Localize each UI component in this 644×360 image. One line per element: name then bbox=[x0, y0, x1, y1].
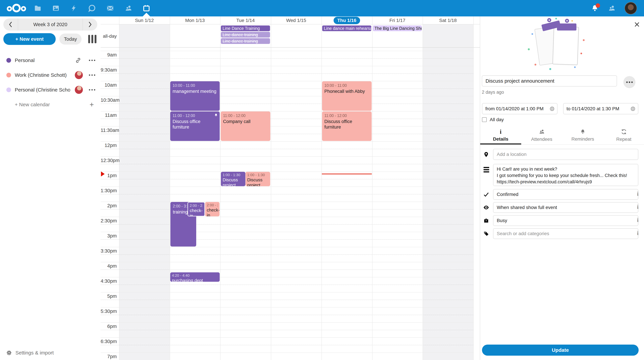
all-day-checkbox[interactable]: All day bbox=[482, 117, 504, 122]
time-label: 3:30pm bbox=[100, 248, 117, 254]
column-divider bbox=[322, 16, 322, 360]
categories-input[interactable]: Search or add categories bbox=[493, 228, 638, 239]
last-modified-label: 2 days ago bbox=[482, 90, 504, 95]
day-header-thu[interactable]: Thu 1/16 bbox=[322, 16, 372, 24]
calendar-actions-icon[interactable] bbox=[89, 89, 95, 90]
calendar-event[interactable]: 10:00 - 11:00Phonecall with Abby bbox=[322, 81, 372, 111]
time-label: 1:30pm bbox=[100, 188, 117, 193]
calendar-color-dot bbox=[6, 58, 11, 63]
time-label: 4:30pm bbox=[100, 278, 117, 284]
hour-line bbox=[100, 156, 473, 157]
calendar-event[interactable]: 1:00 - 1:30Discuss project announcement bbox=[221, 172, 245, 186]
files-icon[interactable] bbox=[34, 4, 42, 12]
freebusy-info-icon[interactable]: i bbox=[635, 217, 640, 223]
event-title: check-in bbox=[207, 208, 218, 216]
day-header-tue[interactable]: Tue 1/14 bbox=[220, 16, 271, 24]
column-divider bbox=[422, 16, 423, 360]
update-button[interactable]: Update bbox=[482, 345, 639, 356]
column-divider bbox=[119, 16, 120, 360]
tab-repeat[interactable]: Repeat bbox=[603, 126, 644, 144]
close-icon[interactable] bbox=[634, 21, 640, 28]
event-title-input[interactable] bbox=[482, 75, 617, 86]
previous-week-button[interactable] bbox=[3, 18, 18, 30]
left-sidebar: Week 3 of 2020 + New event Today Persona… bbox=[0, 16, 100, 360]
calendar-event[interactable]: 10:00 - 11:00management meeting bbox=[170, 81, 220, 111]
calendar-event[interactable]: 2:00 - 2:30check-in bbox=[205, 202, 220, 216]
calendar-item-work-christine[interactable]: Work (Christine Schott) bbox=[0, 68, 100, 82]
new-calendar-button[interactable]: + New calendar + bbox=[0, 97, 100, 112]
status-check-icon bbox=[483, 191, 489, 197]
day-header-sat[interactable]: Sat 1/18 bbox=[422, 16, 473, 24]
calendar-item-personal-christine[interactable]: Personal (Christine Scho…) bbox=[0, 82, 100, 97]
categories-info-icon[interactable]: i bbox=[635, 230, 640, 236]
column-divider bbox=[473, 16, 474, 360]
timezone-globe-icon[interactable] bbox=[630, 106, 636, 111]
view-switcher-icon[interactable] bbox=[87, 35, 98, 43]
next-week-button[interactable] bbox=[83, 18, 97, 30]
timezone-globe-icon[interactable] bbox=[550, 106, 555, 111]
notifications-bell-icon[interactable] bbox=[591, 4, 599, 12]
time-label: 9:30am bbox=[100, 67, 117, 73]
status-select[interactable]: Confirmed bbox=[493, 189, 638, 200]
event-title: check-in bbox=[190, 208, 202, 216]
categories-tag-icon bbox=[483, 231, 489, 237]
time-label: 7pm bbox=[100, 354, 117, 359]
new-event-button[interactable]: + New event bbox=[3, 33, 56, 45]
day-header-fri[interactable]: Fri 1/17 bbox=[372, 16, 422, 24]
calendar-color-dot bbox=[6, 87, 11, 92]
hour-line bbox=[100, 96, 473, 96]
calendar-app-icon[interactable] bbox=[142, 4, 150, 12]
visibility-select[interactable]: When shared show full event bbox=[493, 202, 638, 213]
location-input[interactable]: Add a location bbox=[493, 149, 638, 160]
allday-event[interactable]: Line dance training bbox=[221, 32, 270, 37]
share-link-icon[interactable] bbox=[75, 57, 81, 63]
calendar-event[interactable]: 2:00 - 2:30check-in bbox=[188, 202, 205, 216]
photos-icon[interactable] bbox=[52, 4, 60, 12]
contacts-menu-icon[interactable] bbox=[608, 4, 616, 12]
tab-details[interactable]: i Details bbox=[480, 126, 521, 144]
day-header-mon[interactable]: Mon 1/13 bbox=[170, 16, 220, 24]
day-header-wed[interactable]: Wed 1/15 bbox=[271, 16, 322, 24]
activity-icon[interactable] bbox=[70, 4, 78, 12]
nextcloud-logo[interactable] bbox=[6, 3, 26, 13]
allday-event[interactable]: Line Dance Training bbox=[221, 25, 270, 31]
allday-axis-label: all-day bbox=[100, 33, 117, 39]
today-button[interactable]: Today bbox=[59, 33, 82, 44]
calendar-event[interactable]: 11:00 - 12:00Discuss office furniture bbox=[322, 111, 372, 141]
calendar-event[interactable]: 1:00 - 1:30Discuss project bbox=[246, 172, 270, 186]
settings-import-button[interactable]: Settings & import bbox=[0, 347, 100, 359]
allday-event[interactable]: Line dance main rehearsal bbox=[322, 25, 371, 31]
notification-badge bbox=[596, 3, 600, 8]
reminder-bell-icon bbox=[214, 113, 218, 117]
allday-event[interactable]: The Big Line Dancing Show bbox=[373, 25, 422, 31]
status-info-icon[interactable]: i bbox=[635, 191, 640, 197]
calendar-actions-icon[interactable] bbox=[89, 60, 95, 61]
tab-reminders[interactable]: Reminders bbox=[562, 126, 604, 144]
event-time: 2:00 - 2:30 bbox=[207, 203, 218, 208]
mail-icon[interactable] bbox=[106, 4, 114, 12]
calendar-actions-icon[interactable] bbox=[89, 74, 95, 76]
talk-icon[interactable] bbox=[88, 4, 96, 12]
event-end-input[interactable]: to 01/14/2020 at 1:30 PM bbox=[563, 103, 638, 114]
user-avatar[interactable] bbox=[624, 2, 637, 14]
tab-attendees[interactable]: Attendees bbox=[521, 126, 562, 144]
editor-tabs: i Details Attendees Reminders Repeat bbox=[480, 126, 644, 144]
description-textarea[interactable]: Hi Carl! are you in next week? I got som… bbox=[493, 164, 638, 186]
event-title: Discuss office furniture bbox=[172, 119, 217, 130]
week-label[interactable]: Week 3 of 2020 bbox=[18, 22, 82, 27]
current-time-line bbox=[322, 174, 372, 174]
visibility-eye-icon bbox=[483, 204, 489, 211]
checkbox[interactable] bbox=[482, 117, 487, 122]
allday-event[interactable]: Line dance training bbox=[221, 38, 270, 44]
event-time: 11:00 - 12:00 bbox=[324, 113, 369, 118]
contacts-icon[interactable] bbox=[124, 4, 132, 12]
event-start-input[interactable]: from 01/14/2020 at 1:00 PM bbox=[482, 103, 558, 114]
calendar-event[interactable]: 11:00 - 12:00Discuss office furniture bbox=[170, 111, 220, 141]
event-actions-button[interactable] bbox=[623, 76, 636, 88]
day-header-sun[interactable]: Sun 1/12 bbox=[119, 16, 170, 24]
calendar-item-personal[interactable]: Personal bbox=[0, 53, 100, 68]
calendar-event[interactable]: 4:20 - 4:40purchasing dept bbox=[170, 272, 220, 282]
visibility-info-icon[interactable]: i bbox=[635, 204, 640, 210]
freebusy-select[interactable]: Busy bbox=[493, 215, 638, 226]
calendar-event[interactable]: 11:00 - 12:00Company call bbox=[221, 111, 270, 141]
